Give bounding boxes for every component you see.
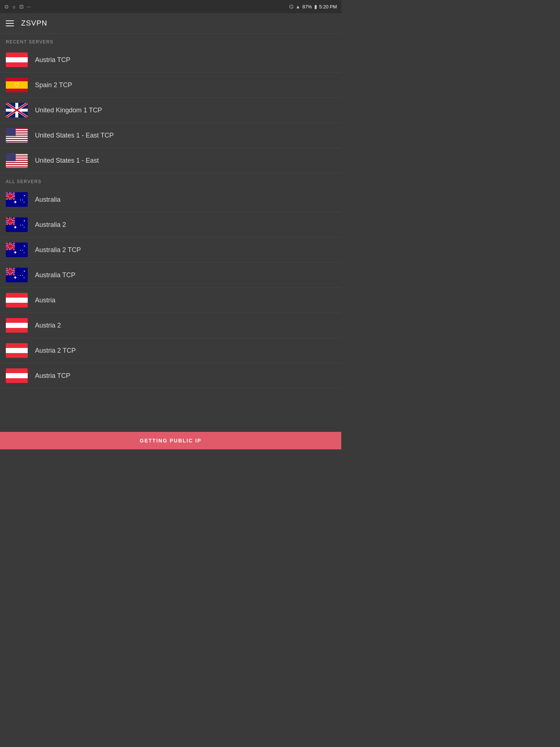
app-bar: ZSVPN xyxy=(0,13,341,34)
australia-flag-2: ✦ ✦ ✦ ✦ ✦ xyxy=(6,217,28,232)
server-name-australia-2: Australia 2 xyxy=(35,221,66,229)
australia-flag-4: ✦ ✦ ✦ ✦ ✦ xyxy=(6,268,28,282)
status-bar-left: ⊙ ☼ ⊡ ··· xyxy=(4,4,31,9)
server-name-uk-1-tcp: United Kingdom 1 TCP xyxy=(35,107,102,114)
status-bar: ⊙ ☼ ⊡ ··· ⌬ ▲ 87% ▮ 5:20 PM xyxy=(0,0,341,13)
australia-flag-1: ✦ ✦ ✦ ✦ ✦ xyxy=(6,192,28,207)
recent-us-1-east[interactable]: United States 1 - East xyxy=(0,148,341,173)
time-display: 5:20 PM xyxy=(319,4,337,9)
austria-flag-all-1 xyxy=(6,293,28,307)
austria-flag xyxy=(6,53,28,67)
recent-austria-tcp[interactable]: Austria TCP xyxy=(0,47,341,73)
all-australia-2[interactable]: ✦ ✦ ✦ ✦ ✦ Australia 2 xyxy=(0,212,341,237)
more-icon: ··· xyxy=(27,4,31,9)
recent-servers-section: RECENT SERVERS Austria TCP Spain 2 TCP U… xyxy=(0,34,341,173)
server-name-australia-tcp: Australia TCP xyxy=(35,271,75,279)
server-name-australia: Australia xyxy=(35,196,61,204)
server-name-us-1-east-tcp: United States 1 - East TCP xyxy=(35,132,114,139)
bluetooth-icon: ⌬ xyxy=(289,4,293,9)
battery-percent: 87% xyxy=(303,4,312,9)
austria-flag-all-2 xyxy=(6,318,28,333)
recent-spain-2-tcp[interactable]: Spain 2 TCP xyxy=(0,73,341,98)
us-flag-1 xyxy=(6,128,28,143)
status-bar-right: ⌬ ▲ 87% ▮ 5:20 PM xyxy=(289,4,337,9)
hamburger-menu-button[interactable] xyxy=(6,20,14,26)
recent-uk-1-tcp[interactable]: United Kingdom 1 TCP xyxy=(0,98,341,123)
bottom-status-bar: GETTING PUBLIC IP xyxy=(0,432,341,449)
spain-flag xyxy=(6,78,28,92)
server-name-us-1-east: United States 1 - East xyxy=(35,157,99,165)
uk-flag xyxy=(6,103,28,117)
recent-servers-header: RECENT SERVERS xyxy=(0,34,341,47)
all-australia[interactable]: ✦ ✦ ✦ ✦ ✦ Australia xyxy=(0,187,341,212)
all-servers-section: ALL SERVERS ✦ ✦ ✦ ✦ ✦ Australia ✦ ✦ ✦ ✦ … xyxy=(0,173,341,388)
wifi-icon: ▲ xyxy=(296,4,300,9)
all-servers-header: ALL SERVERS xyxy=(0,173,341,187)
bottom-status-text: GETTING PUBLIC IP xyxy=(140,438,201,444)
server-name-austria-2: Austria 2 xyxy=(35,322,61,329)
all-austria-2[interactable]: Austria 2 xyxy=(0,313,341,338)
settings-icon: ☼ xyxy=(12,4,16,9)
server-name-austria-tcp: Austria TCP xyxy=(35,56,70,64)
server-name-austria: Austria xyxy=(35,297,55,304)
server-list: RECENT SERVERS Austria TCP Spain 2 TCP U… xyxy=(0,34,341,432)
bookmark-icon: ⊡ xyxy=(19,4,24,9)
server-name-austria-2-tcp: Austria 2 TCP xyxy=(35,347,76,355)
us-flag-2 xyxy=(6,153,28,168)
server-name-spain-2-tcp: Spain 2 TCP xyxy=(35,81,72,89)
all-austria-2-tcp[interactable]: Austria 2 TCP xyxy=(0,338,341,363)
austria-flag-all-3 xyxy=(6,343,28,358)
recent-us-1-east-tcp[interactable]: United States 1 - East TCP xyxy=(0,123,341,148)
australia-flag-3: ✦ ✦ ✦ ✦ ✦ xyxy=(6,243,28,257)
all-australia-2-tcp[interactable]: ✦ ✦ ✦ ✦ ✦ Australia 2 TCP xyxy=(0,237,341,263)
all-australia-tcp[interactable]: ✦ ✦ ✦ ✦ ✦ Australia TCP xyxy=(0,263,341,288)
all-austria[interactable]: Austria xyxy=(0,288,341,313)
alarm-icon: ⊙ xyxy=(4,4,9,9)
battery-icon: ▮ xyxy=(314,4,317,9)
all-austria-tcp-partial[interactable]: Austria TCP xyxy=(0,363,341,388)
austria-flag-all-4 xyxy=(6,368,28,383)
server-name-australia-2-tcp: Australia 2 TCP xyxy=(35,246,81,254)
app-title: ZSVPN xyxy=(21,19,47,27)
server-name-austria-tcp-partial: Austria TCP xyxy=(35,372,70,380)
